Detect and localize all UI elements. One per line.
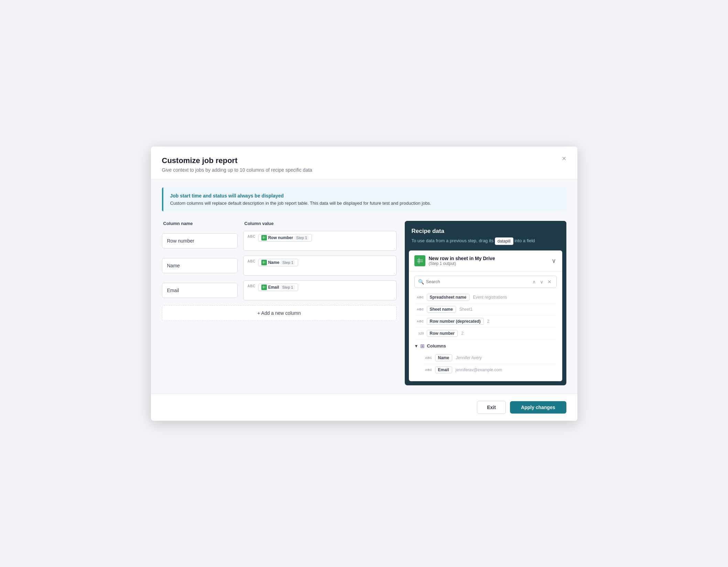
data-pill-row-number-deprecated[interactable]: Row number (deprecated)	[427, 318, 484, 325]
column-value-box-1: ABC Row number Step 1 ⌟	[243, 231, 396, 251]
step-sheets-icon	[414, 255, 425, 266]
right-panel: Recipe data To use data from a previous …	[405, 221, 566, 385]
data-value-row-number: 2	[461, 331, 464, 336]
datapill-2[interactable]: Name Step 1	[258, 259, 298, 266]
type-badge-email: ABC	[423, 368, 432, 372]
columns-header: ▼ ⊞ Columns	[414, 341, 557, 352]
info-banner-title: Job start time and status will always be…	[170, 193, 559, 199]
col-value-type-2: ABC	[248, 259, 256, 263]
recipe-data-header: Recipe data To use data from a previous …	[405, 221, 566, 250]
data-value-spreadsheet-name: Event registrations	[473, 295, 507, 300]
step-sub: (Step 1 output)	[429, 261, 495, 266]
data-value-name: Jennifer Avery	[456, 355, 482, 360]
data-item-email: ABC Email jenniferav@example.com	[423, 364, 557, 376]
col-value-type-1: ABC	[248, 235, 256, 238]
columns-label: Columns	[427, 343, 446, 349]
sheets-icon-2	[261, 260, 267, 265]
pill-name-2: Name	[268, 260, 280, 265]
search-up-button[interactable]: ∧	[531, 278, 537, 285]
type-badge-2: ABC	[414, 308, 424, 311]
search-actions: ∧ ∨ ✕	[531, 278, 553, 285]
svg-rect-0	[263, 236, 265, 239]
resize-handle-1[interactable]: ⌟	[393, 246, 395, 249]
columns-toggle-button[interactable]: ▼	[414, 344, 419, 349]
step-info: New row in sheet in My Drive (Step 1 out…	[414, 255, 495, 266]
column-headers: Column name Column value	[162, 221, 396, 226]
data-value-sheet-name: Sheet1	[459, 307, 472, 312]
svg-rect-12	[417, 258, 423, 264]
column-name-input-1[interactable]	[162, 233, 238, 248]
close-button[interactable]: ×	[559, 153, 569, 164]
customize-job-report-modal: Customize job report Give context to job…	[151, 147, 577, 421]
column-name-input-2[interactable]	[162, 258, 238, 273]
modal-body: Job start time and status will always be…	[151, 179, 577, 394]
data-item-row-number: 123 Row number 2	[414, 328, 557, 340]
column-row: ABC Row number Step 1 ⌟	[162, 231, 396, 251]
pill-container-1: Row number Step 1	[258, 234, 392, 242]
svg-rect-8	[263, 286, 265, 288]
search-down-button[interactable]: ∨	[539, 278, 545, 285]
content-grid: Column name Column value ABC Ro	[162, 221, 566, 385]
step-chevron-button[interactable]: ∨	[551, 256, 557, 265]
datapill-3[interactable]: Email Step 1	[258, 284, 298, 291]
column-name-input-3[interactable]	[162, 283, 238, 298]
datapill-1[interactable]: Row number Step 1	[258, 234, 312, 242]
type-badge-3: ABC	[414, 320, 424, 323]
pill-container-2: Name Step 1	[258, 259, 392, 266]
modal-header: Customize job report Give context to job…	[151, 147, 577, 179]
pill-step-1: Step 1	[294, 235, 309, 240]
modal-title: Customize job report	[162, 156, 566, 165]
pill-container-3: Email Step 1	[258, 284, 392, 291]
data-pill-spreadsheet-name[interactable]: Spreadsheet name	[427, 294, 470, 301]
resize-handle-2[interactable]: ⌟	[393, 270, 395, 274]
column-name-header: Column name	[163, 221, 239, 226]
recipe-data-desc: To use data from a previous step, drag i…	[412, 237, 559, 245]
columns-section: ▼ ⊞ Columns ABC Name Jennifer Avery	[414, 340, 557, 376]
resize-handle-3[interactable]: ⌟	[393, 295, 395, 299]
column-value-box-2: ABC Name Step 1 ⌟	[243, 256, 396, 276]
search-icon: 🔍	[418, 279, 424, 285]
data-value-email: jenniferav@example.com	[456, 367, 502, 372]
type-badge-4: 123	[414, 332, 424, 335]
svg-rect-4	[263, 261, 265, 264]
column-row-2: ABC Name Step 1 ⌟	[162, 256, 396, 276]
recipe-data-body: New row in sheet in My Drive (Step 1 out…	[409, 250, 562, 381]
apply-changes-button[interactable]: Apply changes	[510, 401, 566, 414]
data-item-row-number-deprecated: ABC Row number (deprecated) 2	[414, 315, 557, 328]
data-item-spreadsheet-name: ABC Spreadsheet name Event registrations	[414, 291, 557, 303]
pill-name-3: Email	[268, 285, 279, 290]
info-banner-text: Custom columns will replace default desc…	[170, 201, 559, 206]
pill-step-2: Step 1	[281, 260, 295, 265]
sub-items: ABC Name Jennifer Avery ABC Email jennif…	[414, 352, 557, 376]
datapill-inline-label: datapill	[495, 237, 513, 245]
add-column-button[interactable]: + Add a new column	[162, 305, 396, 321]
data-pill-row-number[interactable]: Row number	[427, 330, 458, 337]
recipe-data-title: Recipe data	[412, 228, 559, 235]
exit-button[interactable]: Exit	[477, 401, 506, 414]
step-header: New row in sheet in My Drive (Step 1 out…	[409, 250, 562, 271]
column-row-3: ABC Email Step 1 ⌟	[162, 280, 396, 300]
data-item-sheet-name: ABC Sheet name Sheet1	[414, 303, 557, 315]
data-item-name: ABC Name Jennifer Avery	[423, 352, 557, 364]
data-list: ABC Spreadsheet name Event registrations…	[409, 291, 562, 381]
pill-name-1: Row number	[268, 235, 293, 240]
data-value-row-number-deprecated: 2	[487, 319, 490, 324]
column-value-box-3: ABC Email Step 1 ⌟	[243, 280, 396, 300]
type-badge-1: ABC	[414, 296, 424, 299]
sheets-icon-1	[261, 235, 267, 240]
search-bar: 🔍 ∧ ∨ ✕	[414, 276, 557, 288]
search-input[interactable]	[426, 279, 529, 284]
pill-step-3: Step 1	[281, 285, 295, 290]
step-text: New row in sheet in My Drive (Step 1 out…	[429, 256, 495, 266]
column-value-header: Column value	[245, 221, 396, 226]
col-value-type-3: ABC	[248, 284, 256, 288]
search-close-button[interactable]: ✕	[546, 278, 553, 285]
modal-footer: Exit Apply changes	[151, 394, 577, 421]
modal-subtitle: Give context to jobs by adding up to 10 …	[162, 167, 566, 173]
info-banner: Job start time and status will always be…	[162, 188, 566, 211]
columns-grid-icon: ⊞	[420, 343, 425, 349]
data-pill-sheet-name[interactable]: Sheet name	[427, 306, 456, 313]
sheets-icon-3	[261, 285, 267, 290]
data-pill-email[interactable]: Email	[435, 366, 452, 373]
data-pill-name[interactable]: Name	[435, 354, 453, 361]
